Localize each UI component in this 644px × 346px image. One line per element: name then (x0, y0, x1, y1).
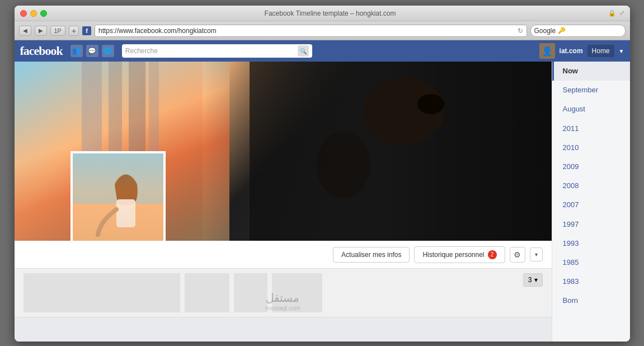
woman-svg (73, 153, 166, 241)
timeline-item-2008[interactable]: 2008 (552, 176, 630, 195)
fb-dropdown-arrow[interactable]: ▼ (619, 48, 624, 54)
facebook-navbar: facebook 👥 💬 🌐 Recherche 🔍 👤 iat.com Hom… (15, 40, 630, 62)
forward-button[interactable]: ▶ (35, 26, 47, 36)
timeline-item-now[interactable]: Now (552, 62, 630, 81)
timeline-item-1983[interactable]: 1983 (552, 272, 630, 291)
photo-strip: 3 ▾ مستقل mostaql.com (15, 269, 552, 317)
url-bar[interactable]: https://www.facebook.com/hongkiatcom ↻ (95, 25, 527, 37)
lock-icon: 🔒 (608, 10, 616, 17)
timeline-item-2011[interactable]: 2011 (552, 119, 630, 138)
favicon: f (82, 26, 91, 35)
history-badge: 2 (488, 250, 497, 259)
browser-search-bar[interactable]: Google 🔑 (530, 25, 626, 37)
photo-item[interactable] (272, 273, 322, 312)
title-icons: 🔒 ⤢ (608, 10, 624, 17)
minimize-button[interactable] (30, 10, 37, 17)
fb-content: Actualiser mes infos Historique personne… (15, 62, 552, 342)
fb-friends-icon[interactable]: 👥 (70, 45, 83, 57)
gorilla-area (203, 62, 552, 241)
photo-item[interactable] (234, 273, 267, 312)
fb-username: iat.com (560, 47, 583, 55)
fb-messages-icon[interactable]: 💬 (86, 45, 98, 57)
history-button[interactable]: Historique personnel 2 (414, 246, 505, 263)
expand-icon: ⤢ (619, 10, 624, 17)
browser-window: Facebook Timeline template – hongkiat.co… (15, 6, 630, 342)
profile-photo (73, 153, 163, 241)
fb-main: Actualiser mes infos Historique personne… (15, 62, 630, 342)
profile-actions: Actualiser mes infos Historique personne… (15, 241, 552, 269)
refresh-icon[interactable]: ↻ (518, 27, 523, 35)
photo-item[interactable] (23, 273, 180, 312)
fb-home-button[interactable]: Home (587, 45, 614, 57)
timeline-item-1997[interactable]: 1997 (552, 215, 630, 234)
maximize-button[interactable] (40, 10, 47, 17)
new-tab-button[interactable]: + (69, 26, 79, 36)
key-icon: 🔑 (558, 27, 566, 34)
facebook-app: facebook 👥 💬 🌐 Recherche 🔍 👤 iat.com Hom… (15, 40, 630, 342)
photo-count-button[interactable]: 3 ▾ (523, 273, 543, 287)
timeline-item-1993[interactable]: 1993 (552, 234, 630, 253)
gear-button[interactable]: ⚙ (510, 247, 525, 263)
back-button[interactable]: ◀ (19, 26, 31, 36)
window-title: Facebook Timeline template – hongkiat.co… (53, 10, 608, 17)
photo-count-arrow: ▾ (534, 276, 538, 284)
timeline-item-august[interactable]: August (552, 100, 630, 119)
url-text: https://www.facebook.com/hongkiatcom (98, 27, 515, 35)
title-bar: Facebook Timeline template – hongkiat.co… (15, 6, 630, 21)
cover-photo (15, 62, 552, 241)
photo-count-label: 3 (528, 276, 532, 284)
history-label: Historique personnel (422, 251, 484, 259)
photo-item[interactable] (185, 273, 229, 312)
fb-user-avatar: 👤 (539, 43, 555, 59)
browser-search-placeholder: Google (534, 27, 556, 35)
update-info-button[interactable]: Actualiser mes infos (333, 247, 410, 263)
fb-globe-icon[interactable]: 🌐 (102, 45, 114, 57)
close-button[interactable] (20, 10, 27, 17)
svg-rect-13 (73, 153, 166, 241)
fb-search-placeholder: Recherche (125, 47, 295, 55)
fb-nav-icons: 👥 💬 🌐 (70, 45, 114, 57)
timeline-sidebar: Now September August 2011 2010 2009 2008… (552, 62, 630, 342)
timeline-item-1985[interactable]: 1985 (552, 253, 630, 272)
timeline-item-born[interactable]: Born (552, 291, 630, 310)
facebook-logo: facebook (20, 44, 63, 58)
timeline-item-2010[interactable]: 2010 (552, 138, 630, 157)
tab-button[interactable]: 1P (50, 26, 65, 36)
actions-dropdown-button[interactable]: ▾ (530, 247, 543, 261)
timeline-item-september[interactable]: September (552, 81, 630, 100)
fb-nav-right: 👤 iat.com Home ▼ (539, 43, 624, 59)
fb-search-bar[interactable]: Recherche 🔍 (122, 44, 312, 58)
profile-picture[interactable] (70, 151, 166, 241)
traffic-lights (20, 10, 47, 17)
timeline-item-2009[interactable]: 2009 (552, 157, 630, 176)
timeline-item-2007[interactable]: 2007 (552, 195, 630, 214)
fb-search-button[interactable]: 🔍 (298, 45, 309, 57)
address-bar-row: ◀ ▶ 1P + f https://www.facebook.com/hong… (15, 21, 630, 40)
